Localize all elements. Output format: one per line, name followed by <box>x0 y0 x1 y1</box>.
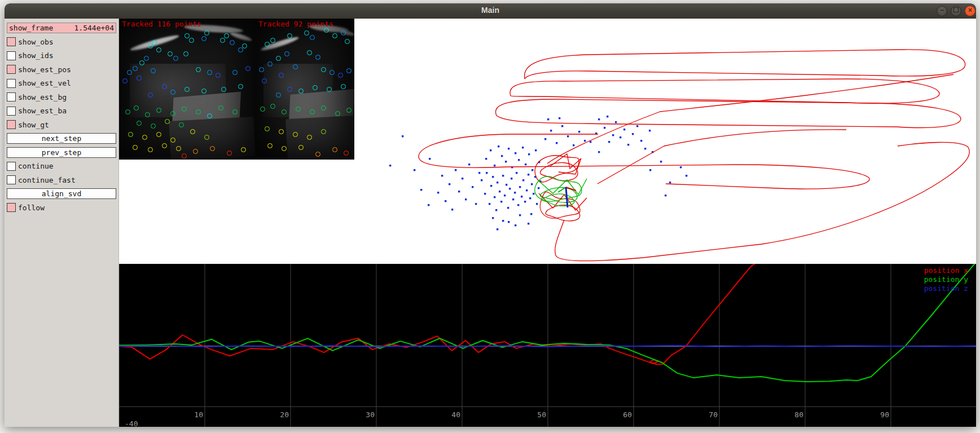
x-tick-label: 70 <box>709 410 718 419</box>
checkbox-follow[interactable]: follow <box>7 202 116 213</box>
tracked-keypoint <box>324 28 329 33</box>
tracked-keypoint <box>346 108 351 113</box>
tracked-keypoint <box>184 87 190 92</box>
checkbox-continue[interactable]: continue <box>7 161 116 171</box>
close-button[interactable]: × <box>965 6 975 16</box>
tracked-keypoint <box>122 78 128 83</box>
checkbox-box[interactable] <box>7 120 16 129</box>
tracked-keypoint <box>293 64 298 69</box>
window-title: Main <box>5 6 976 15</box>
tracked-keypoint <box>207 113 212 118</box>
checkbox-label: show_est_vel <box>18 79 71 87</box>
tracked-keypoint <box>315 55 320 60</box>
tracked-keypoint <box>145 112 150 117</box>
x-tick-label: 80 <box>794 410 803 419</box>
tracked-keypoint <box>183 51 188 56</box>
tracked-keypoint <box>134 105 139 111</box>
tracked-keypoint <box>152 40 157 45</box>
checkbox-box[interactable] <box>7 51 16 60</box>
checkbox-show_est_bg[interactable]: show_est_bg <box>7 92 116 103</box>
checkbox-box[interactable] <box>7 107 16 116</box>
tracked-keypoint <box>315 152 320 157</box>
tracked-keypoint <box>287 33 292 38</box>
tracked-keypoint <box>204 30 209 36</box>
title-bar[interactable]: Main − × <box>5 3 976 19</box>
tracked-keypoint <box>189 38 194 43</box>
tracked-keypoint <box>137 121 142 126</box>
tracked-keypoint <box>142 135 147 140</box>
tracked-keypoint <box>148 92 153 98</box>
button-align_svd[interactable]: align_svd <box>7 188 116 199</box>
tracked-points-label: Tracked 92 points <box>258 20 333 28</box>
checkbox-continue_fast[interactable]: continue_fast <box>7 175 116 185</box>
tracked-keypoint <box>204 135 209 140</box>
tracked-keypoint <box>276 92 281 98</box>
maximize-icon <box>953 7 959 12</box>
tracked-keypoint <box>156 132 161 137</box>
tracked-keypoint <box>345 39 350 44</box>
checkbox-show_est_vel[interactable]: show_est_vel <box>7 78 116 89</box>
series-position-y <box>119 264 975 382</box>
tracked-keypoint <box>151 123 156 129</box>
tracked-keypoint <box>329 70 335 75</box>
groundtruth-trajectory <box>546 205 580 221</box>
button-prev_step[interactable]: prev_step <box>7 147 116 158</box>
tracked-keypoint <box>245 66 251 71</box>
checkbox-box[interactable] <box>7 65 16 74</box>
checkbox-show_est_pos[interactable]: show_est_pos <box>7 64 116 75</box>
tracked-points-label: Tracked 116 points <box>122 20 201 28</box>
groundtruth-trajectory <box>547 74 953 164</box>
checkbox-show_ids[interactable]: show_ids <box>7 50 116 61</box>
checkbox-box[interactable] <box>7 162 16 171</box>
plot-view[interactable]: 0102030405060708090-40 position xpositio… <box>119 264 976 427</box>
tracked-keypoint <box>321 129 326 134</box>
tracked-keypoint <box>279 129 284 134</box>
series-position-x <box>119 264 757 364</box>
camera-axis-y <box>558 187 566 192</box>
tracked-keypoint <box>262 78 267 83</box>
maximize-button[interactable] <box>951 6 961 16</box>
main-window: Main − × show_frame1.544e+04show_obsshow… <box>5 3 976 427</box>
x-tick-label: 90 <box>880 410 889 419</box>
tracked-keypoint <box>267 61 273 67</box>
tracked-keypoint <box>307 50 312 55</box>
checkbox-show_obs[interactable]: show_obs <box>7 37 116 47</box>
tracked-keypoint <box>137 76 142 81</box>
tracked-keypoint <box>327 87 332 92</box>
groundtruth-trajectory <box>597 130 846 184</box>
legend-entry: position x <box>924 266 968 275</box>
tracked-keypoint <box>207 70 212 75</box>
tracked-keypoint <box>162 84 167 89</box>
tracked-keypoint <box>232 70 238 75</box>
tracked-keypoint <box>193 149 198 154</box>
tracked-keypoint <box>267 143 273 148</box>
tracked-keypoint <box>344 151 349 156</box>
checkbox-box[interactable] <box>7 37 16 46</box>
camera-view-right[interactable]: Tracked 92 points <box>256 19 354 160</box>
tracked-keypoint <box>310 109 315 114</box>
tracked-keypoint <box>284 51 289 56</box>
button-next_step[interactable]: next_step <box>7 133 116 144</box>
checkbox-show_gt[interactable]: show_gt <box>7 120 116 130</box>
tracked-keypoint <box>221 87 226 92</box>
minimize-button[interactable]: − <box>937 6 947 16</box>
tracked-keypoint <box>125 109 130 114</box>
checkbox-show_est_ba[interactable]: show_est_ba <box>7 105 116 116</box>
tracked-keypoint <box>259 67 264 72</box>
checkbox-box[interactable] <box>7 203 16 212</box>
tracked-keypoint <box>148 147 153 152</box>
checkbox-box[interactable] <box>7 79 16 88</box>
tracked-keypoint <box>238 47 243 52</box>
tracked-keypoint <box>168 51 173 56</box>
tracked-keypoint <box>139 60 144 65</box>
groundtruth-trajectory <box>525 50 965 79</box>
checkbox-label: continue <box>18 162 54 170</box>
checkbox-box[interactable] <box>7 92 16 101</box>
slider-show_frame[interactable]: show_frame1.544e+04 <box>7 23 116 33</box>
tracked-keypoint <box>307 135 312 140</box>
checkbox-label: show_ids <box>18 51 54 60</box>
tracked-keypoint <box>296 107 301 112</box>
checkbox-box[interactable] <box>7 175 16 184</box>
groundtruth-trajectory <box>555 142 970 260</box>
camera-view-left[interactable]: Tracked 116 points <box>119 19 256 160</box>
